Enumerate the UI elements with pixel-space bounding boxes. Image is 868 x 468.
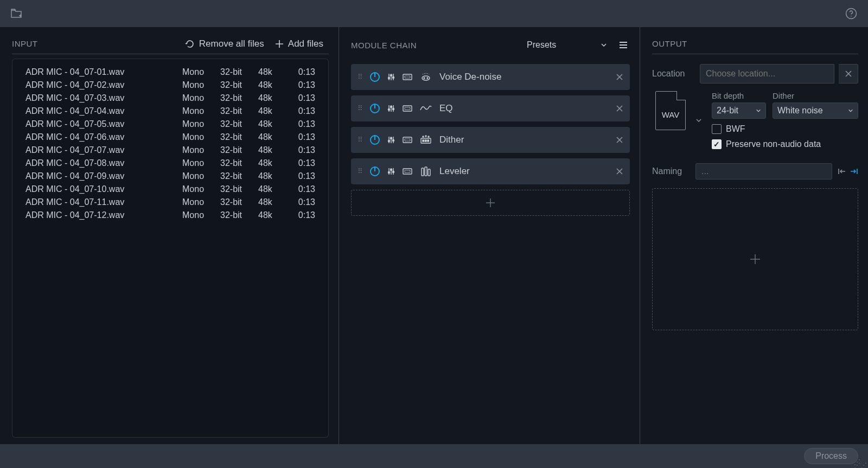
file-row[interactable]: ADR MIC - 04_07-04.wavMono32-bit48k0:13 — [12, 105, 328, 118]
naming-prefix-button[interactable] — [838, 168, 846, 175]
bwf-checkbox[interactable]: BWF — [712, 124, 858, 134]
help-button[interactable] — [843, 5, 859, 22]
file-bitdepth: 32-bit — [220, 145, 258, 155]
dither-select[interactable]: White noise — [773, 102, 858, 119]
svg-rect-32 — [422, 168, 424, 176]
svg-point-23 — [428, 136, 429, 137]
module-leveler[interactable]: ⠿Leveler — [351, 158, 630, 184]
format-row: WAV Bit depth 24-bit Dither — [652, 91, 858, 149]
format-dropdown-button[interactable] — [693, 115, 704, 126]
output-dropzone[interactable] — [652, 188, 858, 330]
drag-handle-icon[interactable]: ⠿ — [358, 169, 363, 174]
file-row[interactable]: ADR MIC - 04_07-01.wavMono32-bit48k0:13 — [12, 66, 328, 79]
plus-icon — [485, 197, 496, 208]
module-view-button[interactable] — [403, 136, 412, 144]
chevron-down-icon — [695, 117, 702, 124]
preserve-label: Preserve non-audio data — [726, 139, 821, 149]
cursor-end-icon — [850, 168, 858, 175]
file-channels: Mono — [182, 171, 220, 181]
file-samplerate: 48k — [258, 119, 288, 129]
module-settings-button[interactable] — [386, 104, 396, 113]
power-toggle[interactable] — [370, 135, 380, 145]
drag-handle-icon[interactable]: ⠿ — [358, 138, 363, 142]
svg-point-27 — [388, 172, 390, 174]
power-toggle[interactable] — [370, 166, 380, 176]
svg-point-28 — [391, 169, 392, 171]
file-row[interactable]: ADR MIC - 04_07-06.wavMono32-bit48k0:13 — [12, 131, 328, 144]
naming-input[interactable] — [695, 163, 832, 179]
add-files-button[interactable]: Add files — [270, 36, 329, 52]
bit-depth-select[interactable]: 24-bit — [712, 102, 766, 119]
file-name: ADR MIC - 04_07-03.wav — [25, 93, 182, 103]
remove-all-files-button[interactable]: Remove all files — [180, 36, 270, 52]
power-toggle[interactable] — [370, 104, 380, 113]
file-row[interactable]: ADR MIC - 04_07-12.wavMono32-bit48k0:13 — [12, 209, 328, 222]
file-bitdepth: 32-bit — [220, 80, 258, 90]
chain-header: MODULE CHAIN Presets — [351, 39, 630, 51]
module-voice-de-noise[interactable]: ⠿Voice De-noise — [351, 64, 630, 90]
module-settings-button[interactable] — [386, 136, 396, 144]
presets-dropdown[interactable]: Presets — [524, 39, 610, 51]
drag-handle-icon[interactable]: ⠿ — [358, 75, 363, 79]
file-channels: Mono — [182, 158, 220, 168]
file-row[interactable]: ADR MIC - 04_07-10.wavMono32-bit48k0:13 — [12, 183, 328, 196]
help-icon — [845, 8, 857, 20]
file-samplerate: 48k — [258, 145, 288, 155]
location-input[interactable] — [700, 64, 834, 84]
module-type-icon — [419, 164, 433, 178]
svg-rect-34 — [428, 169, 430, 176]
process-button[interactable]: Process — [804, 448, 858, 464]
module-type-icon — [419, 133, 433, 147]
file-channels: Mono — [182, 119, 220, 129]
module-view-button[interactable] — [403, 73, 412, 81]
svg-point-17 — [393, 140, 394, 142]
module-view-button[interactable] — [403, 168, 412, 175]
hamburger-icon — [619, 41, 628, 49]
app-menu-button[interactable] — [9, 6, 25, 21]
file-row[interactable]: ADR MIC - 04_07-11.wavMono32-bit48k0:13 — [12, 196, 328, 209]
file-row[interactable]: ADR MIC - 04_07-07.wavMono32-bit48k0:13 — [12, 144, 328, 157]
module-dither[interactable]: ⠿Dither — [351, 127, 630, 153]
chain-menu-button[interactable] — [617, 39, 630, 51]
module-remove-button[interactable] — [616, 105, 623, 112]
location-clear-button[interactable] — [839, 64, 858, 84]
module-remove-button[interactable] — [616, 168, 623, 175]
module-settings-button[interactable] — [386, 73, 396, 81]
dither-label: Dither — [773, 91, 858, 100]
svg-point-10 — [388, 109, 390, 111]
module-remove-button[interactable] — [616, 73, 623, 81]
file-list[interactable]: ADR MIC - 04_07-01.wavMono32-bit48k0:13A… — [12, 59, 329, 438]
svg-point-16 — [391, 138, 392, 139]
naming-suffix-button[interactable] — [850, 168, 858, 175]
file-name: ADR MIC - 04_07-11.wav — [25, 197, 182, 207]
file-channels: Mono — [182, 210, 220, 220]
file-samplerate: 48k — [258, 158, 288, 168]
remove-all-label: Remove all files — [199, 39, 264, 49]
power-toggle[interactable] — [370, 72, 380, 82]
module-settings-button[interactable] — [386, 167, 396, 176]
file-row[interactable]: ADR MIC - 04_07-08.wavMono32-bit48k0:13 — [12, 157, 328, 170]
file-bitdepth: 32-bit — [220, 158, 258, 168]
preserve-checkbox[interactable]: Preserve non-audio data — [712, 139, 858, 149]
module-remove-button[interactable] — [616, 136, 623, 144]
module-view-button[interactable] — [403, 105, 412, 112]
file-row[interactable]: ADR MIC - 04_07-09.wavMono32-bit48k0:13 — [12, 170, 328, 183]
module-eq[interactable]: ⠿EQ — [351, 95, 630, 121]
input-header: INPUT Remove all files Add files — [12, 39, 329, 54]
file-samplerate: 48k — [258, 93, 288, 103]
file-name: ADR MIC - 04_07-01.wav — [25, 67, 182, 77]
file-row[interactable]: ADR MIC - 04_07-02.wavMono32-bit48k0:13 — [12, 79, 328, 92]
file-channels: Mono — [182, 106, 220, 116]
file-name: ADR MIC - 04_07-06.wav — [25, 132, 182, 142]
file-samplerate: 48k — [258, 106, 288, 116]
module-name: EQ — [439, 103, 609, 114]
bit-depth-value: 24-bit — [717, 106, 738, 116]
file-duration: 0:13 — [288, 171, 315, 181]
drag-handle-icon[interactable]: ⠿ — [358, 106, 363, 111]
add-module-slot[interactable] — [351, 190, 630, 216]
checkbox-icon — [712, 139, 722, 149]
file-duration: 0:13 — [288, 93, 315, 103]
file-row[interactable]: ADR MIC - 04_07-03.wavMono32-bit48k0:13 — [12, 92, 328, 105]
file-row[interactable]: ADR MIC - 04_07-05.wavMono32-bit48k0:13 — [12, 118, 328, 131]
folder-export-icon — [11, 8, 23, 19]
